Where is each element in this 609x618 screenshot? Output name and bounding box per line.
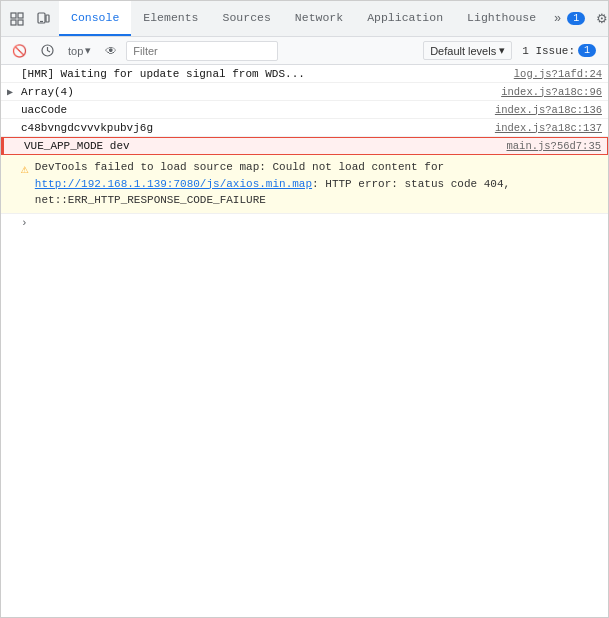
expand-icon: ›	[21, 217, 28, 229]
tab-sources[interactable]: Sources	[211, 1, 283, 36]
notification-badge: 1	[567, 12, 585, 25]
svg-rect-0	[11, 13, 16, 18]
issue-count-badge: 1	[578, 44, 596, 57]
console-row-link[interactable]: log.js?1afd:24	[514, 68, 602, 80]
tab-lighthouse[interactable]: Lighthouse	[455, 1, 548, 36]
console-row-text: uacCode	[21, 104, 487, 116]
main-area: 🚫 top ▾ 👁 Default levels ▾ 1 Issue: 1	[1, 37, 608, 618]
console-row-text: Array(4)	[21, 86, 493, 98]
console-row-link[interactable]: index.js?a18c:137	[495, 122, 602, 134]
console-expand-btn[interactable]: ›	[1, 214, 608, 232]
levels-dropdown-icon: ▾	[499, 44, 505, 57]
tab-network[interactable]: Network	[283, 1, 355, 36]
console-row: uacCode index.js?a18c:136	[1, 101, 608, 119]
tab-console[interactable]: Console	[59, 1, 131, 36]
inspect-icon-btn[interactable]	[5, 7, 29, 31]
tab-right-controls: 1 ⚙ ⋮	[567, 6, 609, 32]
dropdown-arrow-icon: ▾	[85, 44, 91, 57]
svg-rect-2	[11, 20, 16, 25]
issue-label: 1 Issue:	[522, 45, 575, 57]
svg-rect-5	[46, 15, 49, 22]
warning-row: ⚠ DevTools failed to load source map: Co…	[1, 155, 608, 214]
console-row-text: [HMR] Waiting for update signal from WDS…	[21, 68, 506, 80]
console-row-link[interactable]: main.js?56d7:35	[506, 140, 601, 152]
console-row: ▶ Array(4) index.js?a18c:96	[1, 83, 608, 101]
console-row: c48bvngdcvvvkpubvj6g index.js?a18c:137	[1, 119, 608, 137]
tabs-more-btn[interactable]: »	[548, 1, 567, 36]
tab-bar: Console Elements Sources Network Applica…	[1, 1, 608, 37]
console-row: [HMR] Waiting for update signal from WDS…	[1, 65, 608, 83]
warning-link[interactable]: http://192.168.1.139:7080/js/axios.min.m…	[35, 178, 312, 190]
svg-rect-1	[18, 13, 23, 18]
warning-text-before: DevTools failed to load source map: Coul…	[35, 161, 444, 173]
expand-arrow-icon[interactable]: ▶	[7, 86, 13, 98]
warning-icon: ⚠	[21, 160, 29, 180]
console-toolbar: 🚫 top ▾ 👁 Default levels ▾ 1 Issue: 1	[1, 37, 608, 65]
eye-btn[interactable]: 👁	[100, 42, 122, 60]
tab-application[interactable]: Application	[355, 1, 455, 36]
settings-btn[interactable]: ⚙	[589, 6, 609, 32]
top-context-btn[interactable]: top ▾	[63, 42, 96, 59]
console-row-link[interactable]: index.js?a18c:136	[495, 104, 602, 116]
tab-icon-group	[5, 7, 55, 31]
tab-elements[interactable]: Elements	[131, 1, 210, 36]
default-levels-btn[interactable]: Default levels ▾	[423, 41, 512, 60]
eye-icon: 👁	[105, 44, 117, 58]
console-row-link[interactable]: index.js?a18c:96	[501, 86, 602, 98]
main-tabs: Console Elements Sources Network Applica…	[59, 1, 567, 36]
preserve-icon	[41, 44, 54, 57]
preserve-log-btn[interactable]	[36, 42, 59, 59]
svg-rect-3	[18, 20, 23, 25]
warning-text: DevTools failed to load source map: Coul…	[35, 159, 602, 209]
device-icon-btn[interactable]	[31, 7, 55, 31]
clear-console-btn[interactable]: 🚫	[7, 42, 32, 60]
clear-icon: 🚫	[12, 44, 27, 58]
console-row-text: c48bvngdcvvvkpubvj6g	[21, 122, 487, 134]
issue-indicator[interactable]: 1 Issue: 1	[516, 42, 602, 59]
console-output: [HMR] Waiting for update signal from WDS…	[1, 65, 608, 618]
filter-input[interactable]	[126, 41, 278, 61]
console-row-text: VUE_APP_MODE dev	[24, 140, 498, 152]
console-row-highlighted: VUE_APP_MODE dev main.js?56d7:35	[1, 137, 608, 155]
